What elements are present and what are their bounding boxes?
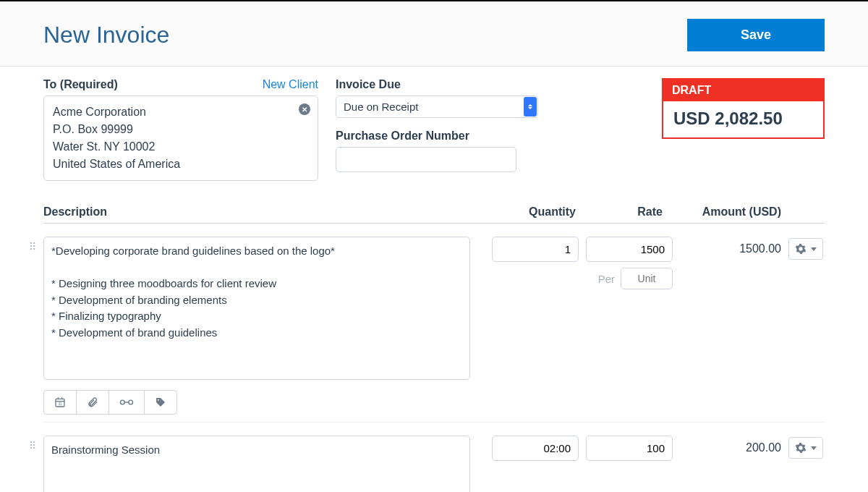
col-amount: Amount (USD) [680, 205, 781, 219]
invoice-due-select[interactable]: Due on Receipt [336, 96, 538, 118]
gear-icon [795, 442, 807, 454]
tag-icon [155, 396, 166, 408]
po-label: Purchase Order Number [336, 130, 538, 143]
rate-input[interactable] [586, 436, 673, 461]
drag-handle-icon[interactable]: ⠿ [29, 241, 35, 253]
col-rate: Rate [586, 205, 680, 219]
unit-input[interactable] [621, 268, 673, 289]
to-label: To (Required) [43, 78, 118, 91]
quantity-input[interactable] [492, 237, 579, 262]
line-item-menu-button[interactable] [788, 437, 823, 459]
total-amount: 2,082.50 [715, 109, 782, 128]
save-button[interactable]: Save [687, 19, 825, 51]
chevron-down-icon [811, 247, 817, 251]
page-title: New Invoice [43, 22, 169, 48]
description-input[interactable] [43, 436, 470, 492]
calendar-icon-button[interactable]: 31 [43, 390, 77, 415]
status-badge: DRAFT [663, 80, 823, 101]
amount-value: 200.00 [680, 436, 781, 454]
tag-icon-button[interactable] [144, 390, 177, 415]
amount-value: 1500.00 [680, 237, 781, 255]
description-input[interactable] [43, 237, 470, 380]
gear-icon [795, 243, 807, 255]
total-currency: USD [673, 109, 710, 128]
link-icon-button[interactable] [109, 390, 145, 415]
new-client-link[interactable]: New Client [263, 78, 318, 91]
line-item: ⠿31200.00 [43, 423, 825, 492]
client-address-country: United States of America [53, 156, 309, 173]
client-address-line2: Water St. NY 10002 [53, 138, 309, 156]
invoice-total-box: DRAFT USD 2,082.50 [662, 78, 825, 139]
link-icon [119, 398, 134, 407]
line-item-menu-button[interactable] [788, 238, 823, 260]
col-quantity: Quantity [492, 205, 586, 219]
svg-point-6 [129, 400, 133, 404]
client-address-line1: P.O. Box 99999 [53, 121, 309, 138]
rate-input[interactable] [586, 237, 673, 262]
invoice-due-label: Invoice Due [336, 78, 538, 91]
close-icon[interactable]: ✕ [299, 103, 310, 115]
col-description: Description [43, 205, 492, 219]
client-box[interactable]: ✕ Acme Corporation P.O. Box 99999 Water … [43, 96, 318, 181]
svg-point-8 [158, 399, 159, 401]
svg-text:31: 31 [58, 402, 62, 406]
svg-point-5 [120, 400, 124, 404]
calendar-icon: 31 [54, 396, 66, 408]
per-label: Per [598, 273, 615, 285]
quantity-input[interactable] [492, 436, 579, 461]
client-name: Acme Corporation [53, 103, 309, 121]
po-number-input[interactable] [336, 147, 516, 172]
paperclip-icon [87, 396, 98, 408]
line-item: ⠿31Per1500.00 [43, 224, 825, 423]
paperclip-icon-button[interactable] [76, 390, 109, 415]
drag-handle-icon[interactable]: ⠿ [29, 440, 35, 451]
chevron-down-icon [811, 446, 817, 450]
